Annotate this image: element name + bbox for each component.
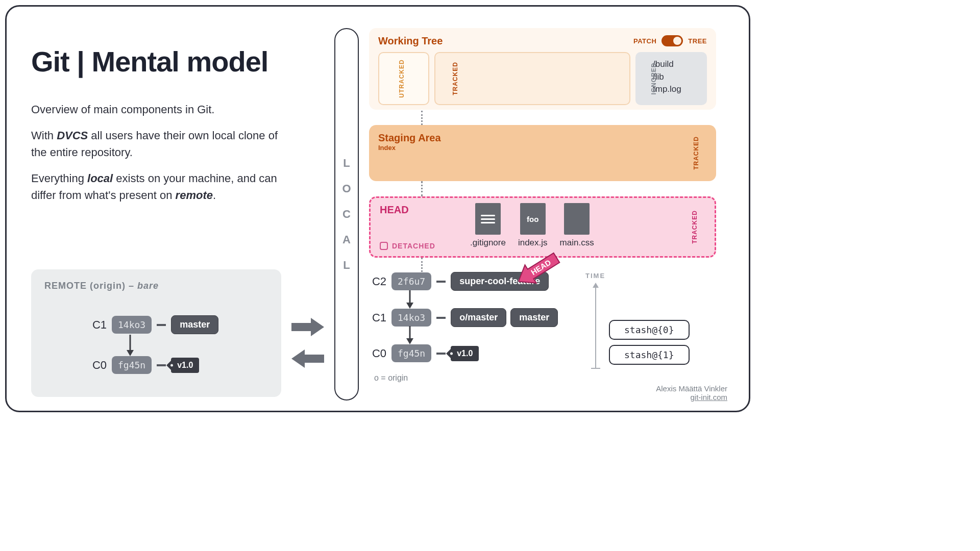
desc-p1: Overview of main components in Git. bbox=[31, 101, 286, 118]
untracked-box: UTRACKED bbox=[378, 52, 429, 105]
branch-master-local: master bbox=[510, 308, 558, 327]
head-files: .gitignore foo index.js main.css bbox=[470, 203, 594, 248]
footer-credit: Alexis Määttä Vinkler git-init.com bbox=[656, 384, 727, 402]
arrow-down-icon bbox=[405, 326, 415, 344]
page-title: Git | Mental model bbox=[31, 45, 268, 78]
commit-label: C1 bbox=[89, 318, 107, 332]
author-name: Alexis Määttä Vinkler bbox=[656, 384, 727, 393]
connector-line bbox=[157, 364, 166, 366]
svg-marker-3 bbox=[291, 349, 324, 368]
tracked-box: TRACKED bbox=[434, 52, 630, 105]
local-column: Working Tree PATCH TREE UTRACKED TRACKED… bbox=[369, 28, 737, 383]
file-icon: foo bbox=[520, 203, 546, 235]
remote-commit-c1: C1 14ko3 master bbox=[89, 315, 218, 334]
file-gitignore: .gitignore bbox=[470, 203, 506, 248]
toggle-label-tree: TREE bbox=[688, 37, 707, 45]
arrow-down-icon bbox=[125, 335, 135, 356]
file-maincss: main.css bbox=[560, 203, 594, 248]
connector-line bbox=[157, 324, 166, 326]
svg-marker-2 bbox=[291, 318, 324, 336]
staging-sub: Index bbox=[378, 144, 707, 152]
time-axis: TIME bbox=[585, 272, 605, 369]
arrow-right-icon bbox=[291, 318, 324, 336]
file-icon bbox=[475, 203, 501, 235]
staging-title: Staging Area bbox=[378, 132, 707, 144]
detached-checkbox[interactable]: DETACHED bbox=[380, 242, 435, 250]
file-indexjs: foo index.js bbox=[518, 203, 548, 248]
patch-tree-toggle[interactable]: PATCH TREE bbox=[633, 35, 707, 46]
site-link[interactable]: git-init.com bbox=[656, 393, 727, 402]
head-panel: HEAD DETACHED TRACKED .gitignore foo ind… bbox=[369, 196, 716, 258]
toggle-switch[interactable] bbox=[662, 35, 683, 46]
arrow-down-icon bbox=[405, 290, 415, 309]
working-tree-panel: Working Tree PATCH TREE UTRACKED TRACKED… bbox=[369, 28, 716, 110]
origin-legend: o = origin bbox=[374, 373, 737, 383]
commit-hash: 14ko3 bbox=[112, 316, 152, 334]
staging-area-panel: Staging Area Index TRACKED bbox=[369, 125, 716, 181]
remote-panel: REMOTE (origin) – bare C1 14ko3 master C… bbox=[31, 269, 281, 397]
ignored-list: /build /lib tmp.log bbox=[653, 58, 702, 96]
commit-hash: fg45n bbox=[112, 356, 152, 374]
branch-master: master bbox=[171, 315, 218, 334]
toggle-label-patch: PATCH bbox=[633, 37, 656, 45]
file-icon bbox=[564, 203, 590, 235]
checkbox-icon[interactable] bbox=[380, 242, 388, 250]
commit-label: C0 bbox=[89, 359, 107, 372]
local-commits: C2 2f6u7 super-cool-feature C1 14ko3 o/m… bbox=[369, 272, 737, 383]
ignored-box: IGNORED /build /lib tmp.log bbox=[635, 52, 707, 105]
dotted-connector bbox=[421, 111, 423, 125]
connector-line bbox=[436, 281, 446, 283]
arrow-left-icon bbox=[291, 349, 324, 368]
dotted-connector bbox=[421, 181, 423, 196]
description: Overview of main components in Git. With… bbox=[31, 101, 286, 213]
desc-p3: Everything local exists on your machine,… bbox=[31, 170, 286, 204]
desc-p2: With DVCS all users have their own local… bbox=[31, 127, 286, 161]
tag-v1-local: v1.0 bbox=[451, 346, 479, 361]
remote-commit-c0: C0 fg45n v1.0 bbox=[89, 356, 199, 374]
remote-title: REMOTE (origin) – bare bbox=[44, 281, 268, 291]
dotted-connector bbox=[421, 258, 423, 272]
stash-list: stash@{0} stash@{1} bbox=[609, 320, 690, 365]
connector-line bbox=[436, 353, 446, 355]
svg-marker-9 bbox=[406, 338, 413, 344]
stash-entry: stash@{0} bbox=[609, 320, 690, 340]
local-label-pill: L O C A L bbox=[334, 28, 359, 400]
tag-v1: v1.0 bbox=[171, 358, 199, 373]
connector-line bbox=[436, 317, 446, 319]
branch-o-master: o/master bbox=[451, 308, 506, 327]
stash-entry: stash@{1} bbox=[609, 345, 690, 365]
svg-marker-1 bbox=[127, 350, 134, 356]
arrow-up-icon bbox=[593, 283, 599, 288]
diagram-frame: Git | Mental model Overview of main comp… bbox=[5, 5, 750, 412]
